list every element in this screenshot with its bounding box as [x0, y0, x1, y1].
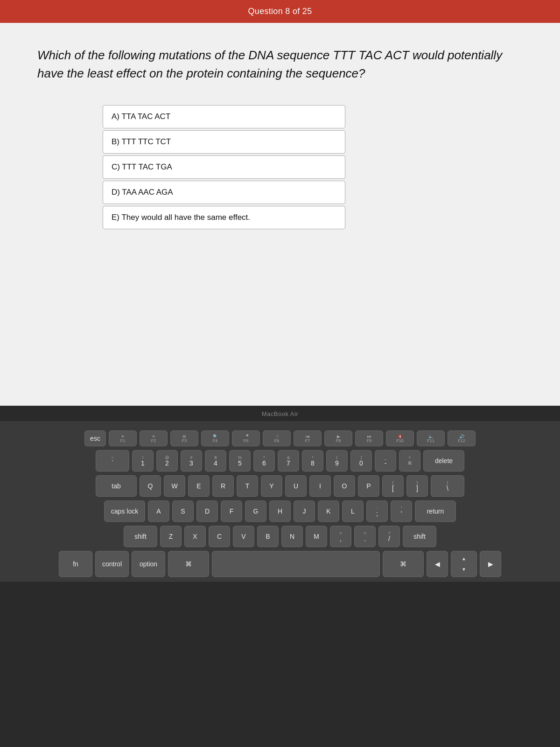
key-y[interactable]: Y — [261, 475, 282, 497]
qwerty-key-row: tab Q W E R T Y U I O P {[ }] |\ — [14, 475, 546, 497]
key-slash[interactable]: ?/ — [378, 526, 400, 547]
key-rbracket[interactable]: }] — [406, 475, 428, 497]
key-7[interactable]: &7 — [278, 450, 299, 472]
key-6[interactable]: ^6 — [253, 450, 275, 472]
key-u[interactable]: U — [285, 475, 307, 497]
choice-b[interactable]: B) TTT TTC TCT — [103, 130, 345, 154]
key-f1[interactable]: ☀F1 — [109, 430, 137, 446]
key-r[interactable]: R — [212, 475, 234, 497]
choice-c[interactable]: C) TTT TAC TGA — [103, 155, 345, 179]
header-bar: Question 8 of 25 — [0, 0, 560, 23]
zxcv-key-row: shift Z X C V B N M <, >. ?/ shift — [14, 526, 546, 547]
key-f4[interactable]: 🔍F4 — [201, 430, 229, 446]
key-d[interactable]: D — [196, 500, 218, 522]
key-f9[interactable]: ⏭F9 — [355, 430, 383, 446]
asdf-key-row: caps lock A S D F G H J K L :; "' return — [14, 500, 546, 522]
key-h[interactable]: H — [269, 500, 291, 522]
key-v[interactable]: V — [233, 526, 254, 547]
key-e[interactable]: E — [188, 475, 210, 497]
key-8[interactable]: *8 — [302, 450, 323, 472]
answer-choices: A) TTA TAC ACTB) TTT TTC TCTC) TTT TAC T… — [103, 105, 345, 229]
quiz-screen: Which of the following mutations of the … — [0, 23, 560, 406]
key-4[interactable]: $4 — [205, 450, 226, 472]
key-cmd-right[interactable]: ⌘ — [383, 551, 424, 577]
key-l[interactable]: L — [342, 500, 364, 522]
key-esc[interactable]: esc — [84, 430, 106, 446]
key-b[interactable]: B — [257, 526, 279, 547]
key-f5[interactable]: 🎤F5 — [232, 430, 260, 446]
key-ctrl[interactable]: control — [95, 551, 129, 577]
key-k[interactable]: K — [318, 500, 339, 522]
key-option[interactable]: option — [132, 551, 165, 577]
question-text: Which of the following mutations of the … — [37, 46, 523, 83]
key-minus[interactable]: _- — [375, 450, 396, 472]
key-delete[interactable]: delete — [423, 450, 464, 472]
key-p[interactable]: P — [358, 475, 379, 497]
key-n[interactable]: N — [281, 526, 303, 547]
key-lshift[interactable]: shift — [124, 526, 157, 547]
keyboard: esc ☀F1 ☀F2 ⊞F3 🔍F4 🎤F5 ☽F6 ⏮F7 ▶F8 ⏭F9 … — [0, 421, 560, 582]
key-j[interactable]: J — [294, 500, 315, 522]
number-key-row: ~` !1 @2 #3 $4 %5 ^6 &7 *8 (9 )0 _- += d… — [14, 450, 546, 472]
key-f7[interactable]: ⏮F7 — [294, 430, 322, 446]
key-arrow-left[interactable]: ◀ — [427, 551, 448, 577]
key-z[interactable]: Z — [160, 526, 182, 547]
key-a[interactable]: A — [148, 500, 169, 522]
key-arrow-down[interactable]: ▼ — [453, 564, 475, 575]
key-arrow-right[interactable]: ▶ — [480, 551, 501, 577]
choice-e[interactable]: E) They would all have the same effect. — [103, 206, 345, 229]
choice-d[interactable]: D) TAA AAC AGA — [103, 181, 345, 204]
key-semicolon[interactable]: :; — [366, 500, 388, 522]
key-5[interactable]: %5 — [229, 450, 251, 472]
macbook-label: MacBook Air — [262, 410, 298, 417]
key-t[interactable]: T — [237, 475, 258, 497]
key-backtick[interactable]: ~` — [96, 450, 129, 472]
key-tab[interactable]: tab — [96, 475, 137, 497]
key-f2[interactable]: ☀F2 — [140, 430, 168, 446]
key-f8[interactable]: ▶F8 — [324, 430, 352, 446]
key-i[interactable]: I — [309, 475, 331, 497]
key-f[interactable]: F — [221, 500, 242, 522]
key-capslock[interactable]: caps lock — [104, 500, 145, 522]
fn-key-row: esc ☀F1 ☀F2 ⊞F3 🔍F4 🎤F5 ☽F6 ⏮F7 ▶F8 ⏭F9 … — [14, 430, 546, 446]
key-9[interactable]: (9 — [326, 450, 348, 472]
key-f3[interactable]: ⊞F3 — [170, 430, 198, 446]
key-g[interactable]: G — [245, 500, 266, 522]
choice-a[interactable]: A) TTA TAC ACT — [103, 105, 345, 128]
key-f6[interactable]: ☽F6 — [263, 430, 291, 446]
key-x[interactable]: X — [184, 526, 206, 547]
key-c[interactable]: C — [209, 526, 230, 547]
key-equals[interactable]: += — [399, 450, 420, 472]
key-1[interactable]: !1 — [132, 450, 154, 472]
key-2[interactable]: @2 — [156, 450, 178, 472]
key-0[interactable]: )0 — [350, 450, 372, 472]
key-return[interactable]: return — [415, 500, 456, 522]
bottom-key-row: fn control option ⌘ ⌘ ◀ ▲ ▼ ▶ — [14, 551, 546, 577]
key-backslash[interactable]: |\ — [431, 475, 464, 497]
key-period[interactable]: >. — [354, 526, 376, 547]
laptop-bezel: MacBook Air esc ☀F1 ☀F2 ⊞F3 🔍F4 🎤F5 ☽F6 … — [0, 406, 560, 747]
key-cmd-left[interactable]: ⌘ — [168, 551, 209, 577]
key-arrow-up[interactable]: ▲ — [453, 553, 475, 564]
key-o[interactable]: O — [334, 475, 355, 497]
key-lbracket[interactable]: {[ — [382, 475, 404, 497]
key-comma[interactable]: <, — [330, 526, 351, 547]
key-f11[interactable]: 🔈F11 — [417, 430, 445, 446]
key-3[interactable]: #3 — [181, 450, 202, 472]
key-fn[interactable]: fn — [59, 551, 92, 577]
key-m[interactable]: M — [306, 526, 327, 547]
key-w[interactable]: W — [164, 475, 185, 497]
key-f10[interactable]: 🔇F10 — [386, 430, 414, 446]
question-counter: Question 8 of 25 — [248, 7, 312, 16]
key-quote[interactable]: "' — [391, 500, 412, 522]
key-s[interactable]: S — [172, 500, 194, 522]
key-rshift[interactable]: shift — [403, 526, 436, 547]
key-q[interactable]: Q — [140, 475, 161, 497]
key-space[interactable] — [212, 551, 380, 577]
key-f12[interactable]: 🔊F12 — [448, 430, 476, 446]
